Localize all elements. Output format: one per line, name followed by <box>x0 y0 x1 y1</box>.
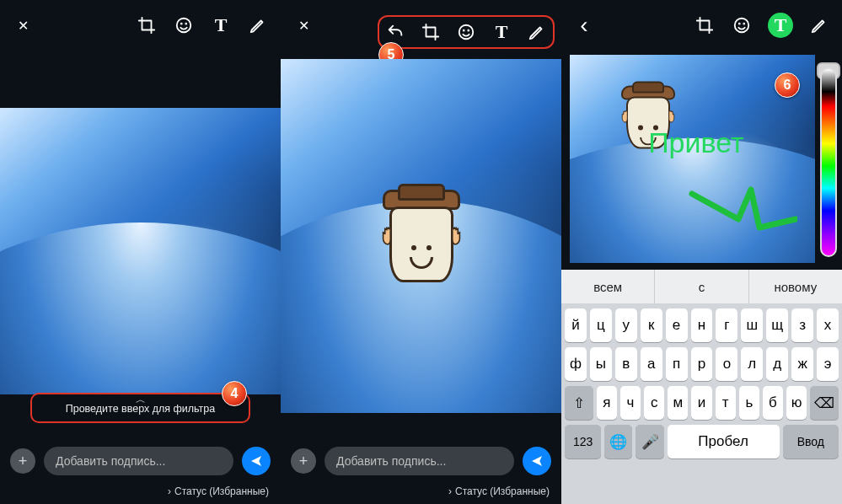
keyboard-row-1: йцукенгшщзх <box>561 303 842 342</box>
key-р[interactable]: р <box>691 347 713 381</box>
caption-row: + Добавить подпись... <box>0 447 281 475</box>
key-т[interactable]: т <box>716 386 736 420</box>
close-icon[interactable]: ✕ <box>12 14 34 36</box>
key-л[interactable]: л <box>741 347 763 381</box>
topbar: ‹ T <box>561 0 842 51</box>
filter-hint[interactable]: ︿ Проведите вверх для фильтра <box>30 393 250 423</box>
keyboard-row-4: 123 🌐 🎤 Пробел Ввод <box>561 420 842 464</box>
emoji-icon[interactable] <box>455 21 477 43</box>
status-line[interactable]: Статус (Избранные) <box>168 485 269 497</box>
key-я[interactable]: я <box>597 386 617 420</box>
key-э[interactable]: э <box>817 347 839 381</box>
text-icon-active[interactable]: T <box>768 13 793 38</box>
add-media-button[interactable]: + <box>10 448 35 474</box>
emoji-icon[interactable] <box>731 14 753 36</box>
text-icon[interactable]: T <box>491 21 512 43</box>
emoji-icon[interactable] <box>173 14 195 36</box>
caption-input[interactable]: Добавить подпись... <box>44 447 233 475</box>
color-picker[interactable] <box>820 67 837 257</box>
key-ж[interactable]: ж <box>791 347 813 381</box>
status-line[interactable]: Статус (Избранные) <box>448 485 550 497</box>
key-ф[interactable]: ф <box>565 347 587 381</box>
key-щ[interactable]: щ <box>766 308 788 342</box>
key-о[interactable]: о <box>716 347 737 381</box>
key-с[interactable]: с <box>644 386 664 420</box>
key-и[interactable]: и <box>691 386 711 420</box>
close-icon[interactable]: ✕ <box>292 14 314 36</box>
keyboard-row-3: ⇧ ячсмитьбю ⌫ <box>561 381 842 420</box>
key-м[interactable]: м <box>668 386 688 420</box>
draw-icon[interactable] <box>247 14 269 36</box>
key-н[interactable]: н <box>691 308 713 342</box>
undo-icon[interactable] <box>384 21 406 43</box>
suggestion[interactable]: новому <box>749 270 842 303</box>
suggestion[interactable]: всем <box>561 270 655 303</box>
key-ш[interactable]: ш <box>741 308 763 342</box>
caption-input[interactable]: Добавить подпись... <box>324 447 514 475</box>
topbar: ✕ T <box>0 0 281 51</box>
topbar: ✕ T <box>281 0 561 51</box>
svg-point-0 <box>177 19 191 33</box>
hand-right-icon <box>444 224 466 246</box>
key-е[interactable]: е <box>666 308 688 342</box>
key-ч[interactable]: ч <box>620 386 641 420</box>
suggestion-bar: всем с новому <box>561 270 842 303</box>
key-г[interactable]: г <box>716 308 737 342</box>
back-icon[interactable]: ‹ <box>573 14 595 36</box>
badge-4: 4 <box>222 381 247 406</box>
svg-point-3 <box>459 25 474 40</box>
mic-key[interactable]: 🎤 <box>636 425 663 458</box>
badge-6: 6 <box>775 72 800 98</box>
key-ы[interactable]: ы <box>590 347 612 381</box>
image-preview[interactable] <box>0 108 281 394</box>
enter-key[interactable]: Ввод <box>783 425 839 458</box>
text-icon[interactable]: T <box>210 14 232 36</box>
svg-point-1 <box>181 24 182 24</box>
screen-3: ‹ T Привет 6 всем с новому йцукенгшщзх <box>561 0 842 504</box>
key-а[interactable]: а <box>641 347 662 381</box>
key-й[interactable]: й <box>565 308 587 342</box>
backspace-key[interactable]: ⌫ <box>810 386 839 420</box>
key-ю[interactable]: ю <box>786 386 807 420</box>
key-х[interactable]: х <box>817 308 839 342</box>
crop-icon[interactable] <box>420 21 442 43</box>
send-button[interactable] <box>242 447 271 475</box>
send-button[interactable] <box>523 447 551 475</box>
draw-icon[interactable] <box>526 21 548 43</box>
caption-row: + Добавить подпись... <box>281 447 561 475</box>
key-к[interactable]: к <box>641 308 662 342</box>
add-media-button[interactable]: + <box>291 448 316 474</box>
svg-point-6 <box>735 19 749 33</box>
keyboard-row-2: фывапролджэ <box>561 342 842 381</box>
key-п[interactable]: п <box>666 347 688 381</box>
key-б[interactable]: б <box>763 386 783 420</box>
chevron-up-icon: ︿ <box>136 393 146 407</box>
keyboard: всем с новому йцукенгшщзх фывапролджэ ⇧ … <box>561 270 842 504</box>
screen-1: ✕ T ︿ Проведите вверх для фильтра 4 + До… <box>0 0 281 504</box>
screen-2: ✕ T 5 + Добавить подпись... Статус (Избр… <box>281 0 561 504</box>
crop-icon[interactable] <box>136 14 158 36</box>
key-у[interactable]: у <box>615 308 637 342</box>
draw-stroke <box>688 181 797 240</box>
shift-key[interactable]: ⇧ <box>565 386 593 420</box>
image-preview[interactable] <box>281 59 561 413</box>
crop-icon[interactable] <box>694 14 716 36</box>
hand-left-icon <box>377 224 399 246</box>
svg-point-2 <box>185 24 186 24</box>
key-з[interactable]: з <box>791 308 813 342</box>
coffee-cup-sticker[interactable] <box>367 190 476 282</box>
key-в[interactable]: в <box>615 347 637 381</box>
svg-point-8 <box>743 24 744 24</box>
svg-point-5 <box>468 30 469 31</box>
draw-icon[interactable] <box>808 14 830 36</box>
overlay-text[interactable]: Привет <box>648 126 743 159</box>
numbers-key[interactable]: 123 <box>565 425 601 458</box>
svg-point-7 <box>739 24 740 24</box>
key-д[interactable]: д <box>766 347 788 381</box>
key-ь[interactable]: ь <box>739 386 759 420</box>
key-ц[interactable]: ц <box>590 308 612 342</box>
space-key[interactable]: Пробел <box>668 425 780 458</box>
suggestion[interactable]: с <box>655 270 748 303</box>
globe-key[interactable]: 🌐 <box>604 425 632 458</box>
svg-point-4 <box>464 30 464 31</box>
